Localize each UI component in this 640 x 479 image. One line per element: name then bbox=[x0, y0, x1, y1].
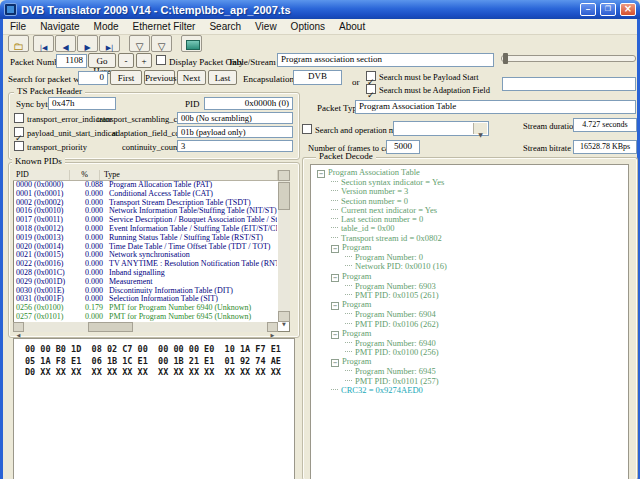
toolbar bbox=[3, 35, 637, 53]
tree-item[interactable]: CRC32 = 0x9274AED0 bbox=[311, 386, 628, 395]
tree-connector bbox=[331, 218, 338, 219]
previous-button[interactable]: Previous bbox=[144, 70, 175, 85]
or-label: or bbox=[352, 78, 360, 87]
chevron-down-icon[interactable] bbox=[473, 123, 487, 134]
search-bytes-input[interactable] bbox=[502, 77, 636, 91]
filter-icon[interactable] bbox=[129, 35, 150, 52]
packet-position-slider-thumb[interactable] bbox=[503, 53, 508, 64]
collapse-icon[interactable]: − bbox=[317, 170, 325, 178]
ts-packet-header-title: TS Packet Header bbox=[14, 87, 85, 96]
scroll-right-icon[interactable] bbox=[267, 322, 278, 332]
app-icon bbox=[4, 3, 17, 16]
close-button[interactable] bbox=[620, 3, 636, 16]
window-border-left bbox=[0, 19, 3, 479]
pid-row[interactable]: 0257 (0x0101)0.000PMT for Program Number… bbox=[13, 313, 277, 322]
pid-row-cell: 0.000 bbox=[73, 313, 105, 322]
adaptation-field-checkbox[interactable] bbox=[366, 84, 376, 94]
first-button[interactable]: First bbox=[110, 70, 142, 85]
menu-item-file[interactable]: File bbox=[3, 20, 33, 33]
go-previous-icon[interactable] bbox=[55, 35, 76, 52]
search-mode-select[interactable] bbox=[393, 121, 489, 136]
hex-panel[interactable]: 00 00 B0 1D 08 02 C7 00 00 00 00 E0 10 1… bbox=[13, 338, 295, 479]
stream-bitrate-value: 16528.78 KBps bbox=[573, 140, 637, 154]
pid-label: PID bbox=[185, 100, 200, 109]
open-file-icon[interactable] bbox=[8, 35, 29, 52]
collapse-icon[interactable]: − bbox=[331, 274, 339, 282]
application-window: DVB Translator 2009 V14 - C:\temp\bbc_ap… bbox=[0, 0, 640, 479]
stream-bitrate-label: Stream bitrate bbox=[523, 144, 571, 153]
encapsulation-select[interactable]: DVB bbox=[293, 70, 342, 85]
scroll-down-icon[interactable] bbox=[278, 311, 290, 322]
last-button[interactable]: Last bbox=[208, 70, 237, 85]
packet-type-value: Program Association Table bbox=[355, 100, 636, 114]
tree-connector bbox=[345, 313, 352, 314]
packet-decrement-button[interactable]: - bbox=[118, 53, 134, 68]
payload-unit-start-checkbox[interactable] bbox=[14, 127, 24, 137]
hscroll-thumb[interactable] bbox=[88, 322, 133, 332]
tree-connector bbox=[345, 294, 352, 295]
menu-item-search[interactable]: Search bbox=[202, 20, 248, 33]
title-bar[interactable]: DVB Translator 2009 V14 - C:\temp\bbc_ap… bbox=[0, 0, 640, 19]
pid-row-cell: PMT for Program Number 6940 (Unknown) bbox=[105, 304, 277, 313]
pid-row-cell: Measurement bbox=[105, 278, 277, 287]
maximize-button[interactable] bbox=[600, 3, 616, 16]
pid-row-cell: Conditional Access Table (CAT) bbox=[105, 190, 277, 199]
collapse-icon[interactable]: − bbox=[331, 359, 339, 367]
packet-decode-title: Packet Decode bbox=[316, 152, 376, 161]
minimize-button[interactable] bbox=[580, 3, 596, 16]
packet-decode-tree[interactable]: −Program Association TableSection syntax… bbox=[310, 164, 629, 479]
packet-number-input[interactable]: 1108 bbox=[56, 54, 87, 68]
next-button[interactable]: Next bbox=[177, 70, 206, 85]
column-header-percent[interactable]: % bbox=[70, 170, 100, 180]
column-header-type[interactable]: Type bbox=[100, 170, 278, 180]
adaptation-field-label: Search must be Adaptation Field bbox=[379, 86, 490, 95]
payload-start-checkbox[interactable] bbox=[366, 71, 376, 81]
frames-to-capture-input[interactable]: 5000 bbox=[386, 140, 420, 154]
pid-row-cell: Discontinuity Information Table (DIT) bbox=[105, 287, 277, 296]
collapse-icon[interactable]: − bbox=[331, 331, 339, 339]
transport-error-indicator-checkbox[interactable] bbox=[14, 113, 24, 123]
tree-connector bbox=[331, 190, 338, 191]
go-first-icon[interactable] bbox=[33, 35, 54, 52]
tree-connector bbox=[345, 370, 352, 371]
menu-item-ethernet-filter[interactable]: Ethernet Filter bbox=[126, 20, 203, 33]
hex-line: 00 00 B0 1D 08 02 C7 00 00 00 00 E0 10 1… bbox=[14, 344, 294, 356]
table-stream-id-select[interactable]: Program association section bbox=[277, 53, 494, 67]
collapse-icon[interactable]: − bbox=[331, 302, 339, 310]
search-operation-mode-checkbox[interactable] bbox=[302, 124, 312, 134]
go-here-button[interactable]: Go Here bbox=[88, 53, 116, 68]
tree-connector bbox=[345, 351, 352, 352]
tree-label: CRC32 = 0x9274AED0 bbox=[341, 385, 423, 395]
transport-scrambling-control-value: 00b (No scrambling) bbox=[177, 112, 293, 124]
menu-item-view[interactable]: View bbox=[248, 20, 284, 33]
known-pids-horizontal-scrollbar[interactable] bbox=[13, 322, 278, 332]
tree-connector bbox=[345, 265, 352, 266]
search-pid-input[interactable]: 0 bbox=[78, 71, 108, 85]
tree-connector bbox=[345, 342, 352, 343]
go-last-icon[interactable] bbox=[99, 35, 120, 52]
tree-connector bbox=[331, 389, 338, 390]
tree-label: Program bbox=[342, 242, 371, 252]
menu-item-options[interactable]: Options bbox=[284, 20, 332, 33]
column-header-pid[interactable]: PID bbox=[13, 170, 70, 180]
tree-connector bbox=[345, 323, 352, 324]
scroll-left-icon[interactable] bbox=[13, 322, 24, 332]
menu-bar: FileNavigateModeEthernet FilterSearchVie… bbox=[3, 19, 637, 35]
scroll-up-icon[interactable] bbox=[278, 170, 290, 181]
filter-alt-icon[interactable] bbox=[151, 35, 172, 52]
ethernet-capture-icon[interactable] bbox=[181, 35, 202, 52]
sync-byte-value: 0x47h bbox=[48, 97, 116, 110]
transport-priority-checkbox[interactable] bbox=[14, 141, 24, 151]
packet-increment-button[interactable]: + bbox=[136, 53, 152, 68]
menu-item-mode[interactable]: Mode bbox=[87, 20, 126, 33]
collapse-icon[interactable]: − bbox=[331, 245, 339, 253]
go-next-icon[interactable] bbox=[77, 35, 98, 52]
known-pids-title: Known PIDs bbox=[12, 157, 65, 166]
packet-position-slider[interactable] bbox=[501, 55, 636, 62]
menu-item-about[interactable]: About bbox=[332, 20, 372, 33]
display-packet-only-checkbox[interactable] bbox=[156, 55, 166, 65]
known-pids-vertical-scrollbar[interactable] bbox=[278, 170, 290, 322]
tree-label: Program bbox=[342, 356, 371, 366]
menu-item-navigate[interactable]: Navigate bbox=[33, 20, 86, 33]
vscroll-thumb[interactable] bbox=[278, 182, 290, 210]
